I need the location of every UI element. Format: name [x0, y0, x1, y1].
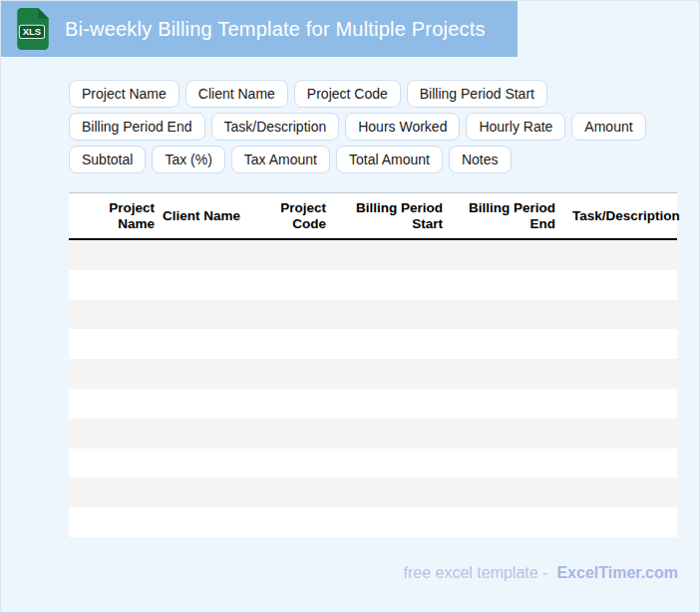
- field-chip[interactable]: Client Name: [185, 80, 288, 108]
- page: XLS Bi-weekly Billing Template for Multi…: [0, 0, 700, 614]
- table-row: [69, 359, 677, 389]
- field-chip[interactable]: Tax Amount: [231, 146, 330, 173]
- xls-file-icon: XLS: [16, 8, 50, 50]
- page-title: Bi-weekly Billing Template for Multiple …: [65, 18, 486, 41]
- table-row: [69, 507, 677, 537]
- app-header: XLS Bi-weekly Billing Template for Multi…: [1, 1, 518, 57]
- column-header: Task/Description: [572, 193, 680, 238]
- table-body: [69, 240, 677, 537]
- table-row: [69, 300, 677, 330]
- table-row: [69, 240, 677, 270]
- table-header-row: Project Name Client Name Project Code Bi…: [69, 192, 677, 240]
- field-chip[interactable]: Amount: [571, 113, 645, 141]
- field-chips: Project Name Client Name Project Code Bi…: [1, 80, 700, 173]
- column-header: Billing Period End: [446, 193, 558, 238]
- field-chip[interactable]: Billing Period Start: [407, 80, 547, 108]
- table-row: [69, 449, 677, 478]
- billing-table: Project Name Client Name Project Code Bi…: [69, 192, 677, 537]
- field-chip[interactable]: Project Name: [69, 80, 179, 108]
- table-row: [69, 419, 677, 449]
- column-header: Billing Period Start: [329, 193, 446, 238]
- column-header: Project Code: [243, 193, 329, 238]
- footer: free excel template - ExcelTimer.com: [403, 564, 678, 582]
- field-chip[interactable]: Hourly Rate: [466, 113, 565, 141]
- field-chip[interactable]: Tax (%): [152, 146, 224, 173]
- column-header: Project Name: [69, 193, 158, 238]
- field-chip[interactable]: Hours Worked: [345, 113, 460, 141]
- xls-icon-label: XLS: [23, 26, 41, 37]
- column-header: Client Name: [158, 193, 243, 238]
- table-row: [69, 270, 677, 300]
- footer-text: free excel template -: [403, 564, 547, 582]
- table-row: [69, 477, 677, 507]
- field-chip[interactable]: Subtotal: [69, 146, 146, 173]
- table-row: [69, 389, 677, 419]
- field-chip[interactable]: Total Amount: [336, 146, 443, 173]
- field-chip[interactable]: Notes: [449, 146, 512, 173]
- table-row: [69, 329, 677, 359]
- footer-brand-link[interactable]: ExcelTimer.com: [556, 564, 678, 582]
- field-chip[interactable]: Project Code: [294, 80, 401, 108]
- field-chip[interactable]: Task/Description: [211, 113, 340, 141]
- field-chip[interactable]: Billing Period End: [69, 113, 205, 141]
